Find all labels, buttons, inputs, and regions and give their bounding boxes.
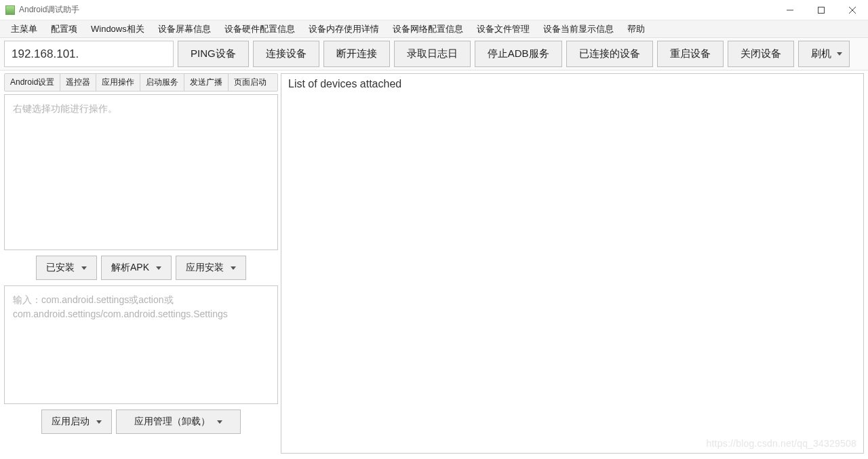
- menu-config[interactable]: 配置项: [44, 21, 84, 37]
- chevron-down-icon: [81, 266, 87, 270]
- window-controls: [774, 0, 868, 20]
- function-placeholder: 右键选择功能进行操作。: [5, 95, 277, 123]
- titlebar: Android调试助手: [0, 0, 868, 20]
- stop-adb-button[interactable]: 停止ADB服务: [475, 41, 562, 67]
- chevron-down-icon: [156, 266, 161, 270]
- installed-label: 已安装: [46, 262, 75, 274]
- ping-button[interactable]: PING设备: [178, 41, 249, 67]
- toolbar: PING设备 连接设备 断开连接 录取日志日 停止ADB服务 已连接的设备 重启…: [0, 38, 868, 71]
- menu-help[interactable]: 帮助: [620, 21, 652, 37]
- minimize-button[interactable]: [774, 0, 806, 20]
- chevron-down-icon: [217, 420, 222, 424]
- main-area: Android设置 遥控器 应用操作 启动服务 发送广播 页面启动 右键选择功能…: [0, 71, 868, 459]
- menu-file-mgmt[interactable]: 设备文件管理: [470, 21, 536, 37]
- close-icon: [849, 7, 856, 14]
- titlebar-left: Android调试助手: [5, 4, 79, 16]
- launch-app-dropdown[interactable]: 应用启动: [41, 410, 112, 434]
- parse-apk-label: 解析APK: [111, 262, 149, 274]
- action-input-panel[interactable]: 输入：com.android.settings或action或com.andro…: [4, 285, 278, 404]
- subtabs: Android设置 遥控器 应用操作 启动服务 发送广播 页面启动: [4, 73, 278, 92]
- shutdown-device-button[interactable]: 关闭设备: [728, 41, 794, 67]
- chevron-down-icon: [231, 266, 236, 270]
- restart-device-button[interactable]: 重启设备: [657, 41, 724, 67]
- window-title: Android调试助手: [19, 4, 79, 16]
- menu-display-info[interactable]: 设备当前显示信息: [536, 21, 620, 37]
- menu-screen-info[interactable]: 设备屏幕信息: [151, 21, 218, 37]
- menu-main[interactable]: 主菜单: [4, 21, 44, 37]
- chevron-down-icon: [837, 52, 842, 56]
- watermark: https://blog.csdn.net/qq_34329508: [707, 438, 856, 449]
- launch-action-row: 应用启动 应用管理（卸载）: [4, 407, 278, 437]
- install-app-label: 应用安装: [186, 262, 224, 274]
- manage-app-dropdown[interactable]: 应用管理（卸载）: [116, 410, 241, 434]
- menu-memory-info[interactable]: 设备内存使用详情: [302, 21, 386, 37]
- tab-page-launch[interactable]: 页面启动: [229, 74, 272, 91]
- record-log-button[interactable]: 录取日志日: [394, 41, 471, 67]
- ip-input[interactable]: [4, 41, 174, 67]
- function-panel[interactable]: 右键选择功能进行操作。: [4, 94, 278, 250]
- tab-remote[interactable]: 遥控器: [60, 74, 96, 91]
- output-panel[interactable]: List of devices attached https://blog.cs…: [281, 73, 864, 454]
- manage-app-label: 应用管理（卸载）: [134, 416, 210, 428]
- minimize-icon: [787, 7, 793, 14]
- parse-apk-dropdown[interactable]: 解析APK: [101, 256, 172, 280]
- maximize-button[interactable]: [806, 0, 837, 20]
- menubar: 主菜单 配置项 Windows相关 设备屏幕信息 设备硬件配置信息 设备内存使用…: [0, 20, 868, 38]
- svg-rect-1: [818, 7, 825, 13]
- menu-hardware-info[interactable]: 设备硬件配置信息: [218, 21, 302, 37]
- flash-label: 刷机: [811, 47, 831, 60]
- menu-windows[interactable]: Windows相关: [84, 21, 151, 37]
- output-text: List of devices attached: [288, 78, 856, 90]
- installed-dropdown[interactable]: 已安装: [36, 256, 97, 280]
- tab-android-settings[interactable]: Android设置: [5, 74, 60, 91]
- tab-app-ops[interactable]: 应用操作: [96, 74, 140, 91]
- connect-button[interactable]: 连接设备: [253, 41, 319, 67]
- apk-action-row: 已安装 解析APK 应用安装: [4, 253, 278, 283]
- install-app-dropdown[interactable]: 应用安装: [176, 256, 246, 280]
- chevron-down-icon: [96, 420, 102, 424]
- action-input-placeholder: 输入：com.android.settings或action或com.andro…: [5, 286, 277, 328]
- left-column: Android设置 遥控器 应用操作 启动服务 发送广播 页面启动 右键选择功能…: [4, 73, 278, 454]
- app-icon: [5, 5, 15, 15]
- disconnect-button[interactable]: 断开连接: [323, 41, 390, 67]
- close-button[interactable]: [837, 0, 868, 20]
- launch-app-label: 应用启动: [52, 416, 90, 428]
- connected-devices-button[interactable]: 已连接的设备: [566, 41, 653, 67]
- menu-network-info[interactable]: 设备网络配置信息: [386, 21, 470, 37]
- tab-send-broadcast[interactable]: 发送广播: [184, 74, 229, 91]
- tab-start-service[interactable]: 启动服务: [140, 74, 184, 91]
- svg-rect-0: [787, 9, 793, 10]
- maximize-icon: [818, 7, 825, 14]
- flash-dropdown[interactable]: 刷机: [798, 41, 850, 67]
